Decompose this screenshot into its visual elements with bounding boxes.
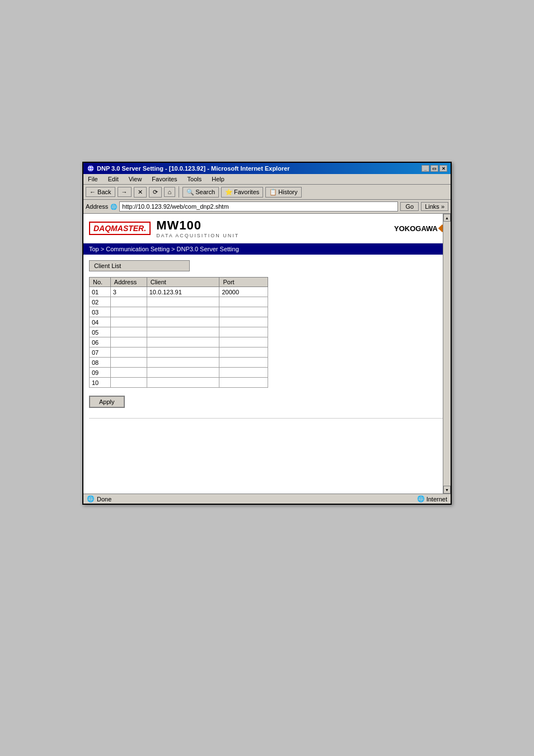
search-button[interactable]: 🔍 Search [182,187,219,198]
menu-favorites[interactable]: Favorites [149,175,179,183]
minimize-button[interactable]: _ [421,165,429,172]
cell-no-2[interactable]: 02 [90,297,111,307]
cell-address-5[interactable] [110,327,147,337]
scroll-up-button[interactable]: ▲ [443,214,451,222]
cell-address-9[interactable] [110,368,147,378]
scroll-track [443,222,451,486]
cell-client-9[interactable] [147,368,219,378]
cell-port-8[interactable] [219,358,268,368]
table-row: 01310.0.123.9120000 [90,287,268,297]
menu-help[interactable]: Help [209,175,227,183]
yokogawa-logo: YOKOGAWA [394,224,445,233]
cell-no-10[interactable]: 10 [90,378,111,388]
status-right: 🌐 Internet [417,495,447,503]
title-bar: DNP 3.0 Server Setting - [10.0.123.92] -… [83,163,451,174]
cell-port-5[interactable] [219,327,268,337]
links-button[interactable]: Links » [421,202,448,211]
cell-no-8[interactable]: 08 [90,358,111,368]
cell-client-1[interactable]: 10.0.123.91 [147,287,219,297]
table-row: 05 [90,327,268,337]
back-button[interactable]: ← Back [86,187,115,197]
history-button[interactable]: 📋 History [265,187,301,198]
scroll-down-button[interactable]: ▼ [443,486,451,494]
globe-icon: 🌐 [417,495,425,503]
col-header-address: Address [110,278,147,287]
cell-no-6[interactable]: 06 [90,337,111,348]
page-status-icon: 🌐 [87,495,95,503]
separator-1 [179,186,179,198]
apply-button[interactable]: Apply [89,396,125,408]
divider [89,418,445,419]
address-label: Address [86,203,108,210]
cell-port-4[interactable] [219,317,268,327]
cell-address-3[interactable] [110,307,147,317]
address-bar: Address 🌐 Go Links » [83,200,451,214]
col-header-client: Client [147,278,219,287]
favorites-button[interactable]: ⭐ Favorites [221,187,263,198]
cell-client-10[interactable] [147,378,219,388]
cell-no-4[interactable]: 04 [90,317,111,327]
cell-address-8[interactable] [110,358,147,368]
cell-no-1[interactable]: 01 [90,287,111,297]
cell-address-7[interactable] [110,348,147,358]
go-button[interactable]: Go [400,202,419,211]
table-row: 09 [90,368,268,378]
table-row: 06 [90,337,268,348]
cell-client-5[interactable] [147,327,219,337]
window-controls[interactable]: _ ▭ ✕ [421,165,447,172]
cell-address-6[interactable] [110,337,147,348]
close-button[interactable]: ✕ [439,165,447,172]
menu-bar: File Edit View Favorites Tools Help [83,174,451,185]
cell-port-9[interactable] [219,368,268,378]
restore-button[interactable]: ▭ [430,165,438,172]
address-input[interactable] [119,201,398,212]
stop-button[interactable]: ✕ [134,187,147,198]
table-row: 04 [90,317,268,327]
status-text: Done [97,496,111,503]
search-icon: 🔍 [186,189,194,196]
cell-client-2[interactable] [147,297,219,307]
internet-label: Internet [427,496,447,503]
cell-port-7[interactable] [219,348,268,358]
col-header-no: No. [90,278,111,287]
forward-button[interactable]: → [118,187,132,197]
cell-address-10[interactable] [110,378,147,388]
menu-edit[interactable]: Edit [106,175,121,183]
table-row: 03 [90,307,268,317]
window-title: DNP 3.0 Server Setting - [10.0.123.92] -… [97,165,290,172]
page-icon: 🌐 [110,204,117,210]
table-row: 07 [90,348,268,358]
history-icon: 📋 [269,189,277,196]
cell-port-3[interactable] [219,307,268,317]
toolbar: ← Back → ✕ ⟳ ⌂ 🔍 Search ⭐ Favorites 📋 Hi… [83,185,451,200]
cell-port-6[interactable] [219,337,268,348]
page-content: DAQMASTER. MW100 DATA ACQUISITION UNIT Y… [83,214,451,494]
client-list-section-header: Client List [89,260,190,271]
cell-port-2[interactable] [219,297,268,307]
vertical-scrollbar[interactable]: ▲ ▼ [443,214,451,494]
home-button[interactable]: ⌂ [164,187,176,197]
cell-client-6[interactable] [147,337,219,348]
cell-port-1[interactable]: 20000 [219,287,268,297]
cell-client-4[interactable] [147,317,219,327]
cell-no-5[interactable]: 05 [90,327,111,337]
daqmaster-logo: DAQMASTER. [89,222,151,235]
page-header: DAQMASTER. MW100 DATA ACQUISITION UNIT Y… [83,214,451,243]
menu-tools[interactable]: Tools [185,175,204,183]
browser-icon [87,165,95,172]
mw100-logo: MW100 DATA ACQUISITION UNIT [156,218,239,238]
cell-client-8[interactable] [147,358,219,368]
cell-address-1[interactable]: 3 [110,287,147,297]
cell-client-7[interactable] [147,348,219,358]
menu-file[interactable]: File [86,175,100,183]
cell-no-3[interactable]: 03 [90,307,111,317]
cell-no-7[interactable]: 07 [90,348,111,358]
cell-port-10[interactable] [219,378,268,388]
breadcrumb: Top > Communication Setting > DNP3.0 Ser… [83,243,451,255]
cell-no-9[interactable]: 09 [90,368,111,378]
cell-client-3[interactable] [147,307,219,317]
cell-address-4[interactable] [110,317,147,327]
refresh-button[interactable]: ⟳ [149,187,162,198]
cell-address-2[interactable] [110,297,147,307]
menu-view[interactable]: View [127,175,144,183]
